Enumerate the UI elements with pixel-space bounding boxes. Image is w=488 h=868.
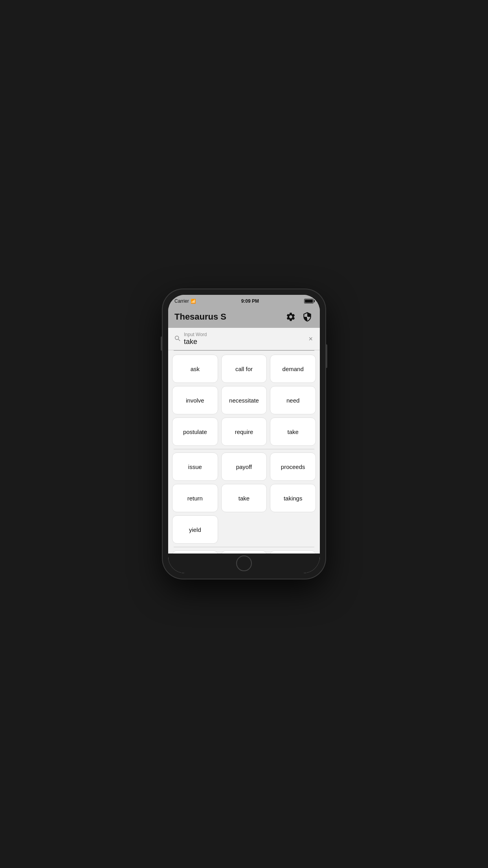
time-label: 9:09 PM bbox=[241, 298, 259, 304]
word-card-engage[interactable]: engage bbox=[221, 550, 267, 554]
word-card-call-for[interactable]: call for bbox=[221, 355, 267, 383]
section-divider-1 bbox=[174, 449, 314, 449]
word-grid-container: ask call for demand involve necessitate … bbox=[168, 351, 320, 554]
word-card-ask[interactable]: ask bbox=[172, 355, 218, 383]
word-card-takings[interactable]: takings bbox=[270, 484, 316, 512]
word-card-demand[interactable]: demand bbox=[270, 355, 316, 383]
search-bar[interactable]: Input Word take × bbox=[168, 328, 320, 350]
nav-icons-group: i bbox=[284, 311, 314, 323]
wifi-icon: 📶 bbox=[191, 299, 196, 304]
phone-screen: Carrier 📶 9:09 PM Thesaurus S bbox=[168, 295, 320, 573]
word-card-payoff[interactable]: payoff bbox=[221, 452, 267, 481]
word-card-postulate[interactable]: postulate bbox=[172, 417, 218, 446]
word-card-charter[interactable]: charter bbox=[172, 550, 218, 554]
settings-button[interactable] bbox=[284, 311, 297, 323]
carrier-label: Carrier bbox=[174, 298, 189, 304]
battery-indicator bbox=[304, 299, 314, 303]
word-card-take-2[interactable]: take bbox=[221, 484, 267, 512]
info-button[interactable]: i bbox=[301, 311, 314, 323]
status-bar: Carrier 📶 9:09 PM bbox=[168, 295, 320, 307]
home-indicator bbox=[168, 554, 320, 573]
clear-button[interactable]: × bbox=[307, 333, 314, 345]
battery-icon bbox=[304, 299, 314, 303]
word-card-involve[interactable]: involve bbox=[172, 386, 218, 414]
carrier-info: Carrier 📶 bbox=[174, 298, 196, 304]
search-icon bbox=[174, 335, 181, 343]
word-card-take-1[interactable]: take bbox=[270, 417, 316, 446]
svg-text:i: i bbox=[307, 316, 308, 319]
word-card-require[interactable]: require bbox=[221, 417, 267, 446]
gear-icon bbox=[286, 312, 296, 322]
word-card-necessitate[interactable]: necessitate bbox=[221, 386, 267, 414]
battery-fill bbox=[305, 300, 313, 303]
word-section-1: ask call for demand involve necessitate … bbox=[172, 355, 316, 446]
section-divider-2 bbox=[174, 547, 314, 547]
word-card-return[interactable]: return bbox=[172, 484, 218, 512]
word-card-yield[interactable]: yield bbox=[172, 515, 218, 544]
navigation-bar: Thesaurus S i bbox=[168, 307, 320, 328]
app-title: Thesaurus S bbox=[174, 312, 226, 322]
search-field[interactable]: Input Word take bbox=[184, 332, 304, 346]
phone-frame: Carrier 📶 9:09 PM Thesaurus S bbox=[163, 289, 325, 579]
home-button[interactable] bbox=[236, 555, 252, 571]
word-section-2: issue payoff proceeds return take taking… bbox=[172, 452, 316, 544]
word-section-3: charter engage hire bbox=[172, 550, 316, 554]
main-content: Input Word take × ask call for demand in… bbox=[168, 328, 320, 554]
shield-icon: i bbox=[302, 312, 312, 322]
search-label: Input Word bbox=[184, 332, 304, 337]
word-card-hire[interactable]: hire bbox=[270, 550, 316, 554]
word-card-issue[interactable]: issue bbox=[172, 452, 218, 481]
word-card-need[interactable]: need bbox=[270, 386, 316, 414]
search-value: take bbox=[184, 338, 197, 346]
word-card-proceeds[interactable]: proceeds bbox=[270, 452, 316, 481]
